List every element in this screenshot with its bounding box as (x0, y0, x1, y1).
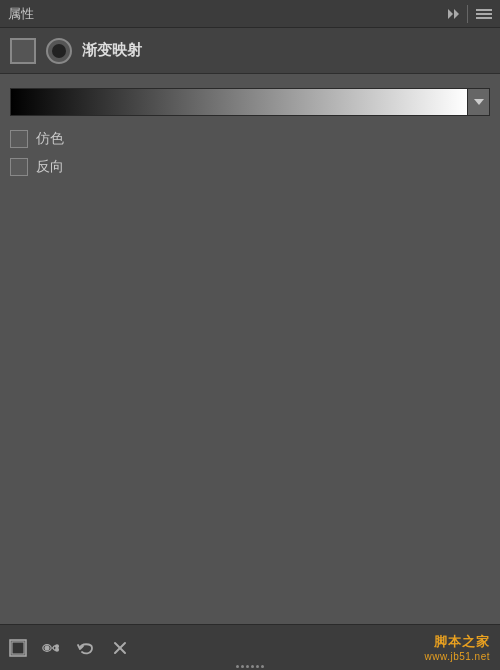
dither-row: 仿色 (10, 130, 490, 148)
dither-label: 仿色 (36, 130, 64, 148)
gradient-bar-wrapper[interactable] (10, 88, 468, 116)
delete-icon[interactable] (110, 638, 130, 658)
main-content: 仿色 反向 (0, 74, 500, 196)
footer-left (8, 638, 130, 658)
svg-point-5 (56, 648, 59, 651)
menu-icon[interactable] (476, 9, 492, 19)
reverse-checkbox[interactable] (10, 158, 28, 176)
gradient-row (10, 88, 490, 116)
handle-dot-2 (241, 665, 244, 668)
gradient-bar (11, 89, 467, 115)
mask-layer-icon[interactable] (8, 638, 28, 658)
handle-dot-4 (251, 665, 254, 668)
mask-icon-svg (8, 638, 28, 658)
dropdown-arrow-icon (474, 99, 484, 105)
handle-dot-1 (236, 665, 239, 668)
eye-link-icon[interactable] (42, 638, 62, 658)
eye-link-svg (42, 638, 62, 658)
undo-icon[interactable] (76, 638, 96, 658)
panel-header-icons (448, 5, 492, 23)
svg-point-3 (45, 646, 48, 649)
layer-circle-icon[interactable] (46, 38, 72, 64)
fast-forward-icon[interactable] (448, 9, 459, 19)
handle-dot-3 (246, 665, 249, 668)
delete-svg (110, 638, 130, 658)
undo-svg (76, 638, 96, 658)
layer-type-bar: 渐变映射 (0, 28, 500, 74)
handle-dot-6 (261, 665, 264, 668)
dither-checkbox[interactable] (10, 130, 28, 148)
watermark-bottom: www.jb51.net (425, 651, 490, 662)
layer-square-icon[interactable] (10, 38, 36, 64)
panel-header: 属性 (0, 0, 500, 28)
reverse-label: 反向 (36, 158, 64, 176)
watermark-top: 脚本之家 (434, 633, 490, 651)
header-divider (467, 5, 468, 23)
svg-rect-1 (12, 642, 24, 654)
footer-watermark: 脚本之家 www.jb51.net (425, 633, 490, 662)
footer: 脚本之家 www.jb51.net (0, 624, 500, 670)
svg-point-4 (56, 645, 59, 648)
gradient-dropdown-button[interactable] (468, 88, 490, 116)
panel-title: 属性 (8, 5, 34, 23)
reverse-row: 反向 (10, 158, 490, 176)
footer-handle (236, 665, 264, 670)
handle-dot-5 (256, 665, 259, 668)
layer-type-name: 渐变映射 (82, 41, 142, 60)
